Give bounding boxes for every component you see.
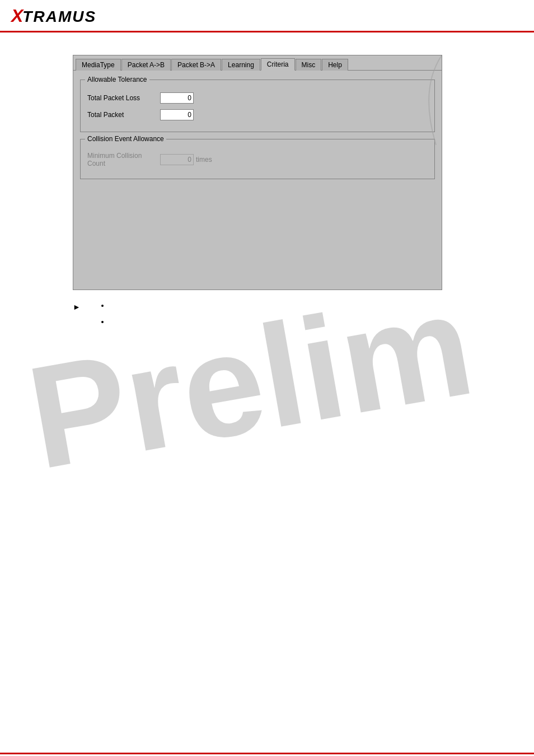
header: XTRAMUS xyxy=(0,0,534,32)
min-collision-input xyxy=(160,154,194,165)
tab-help[interactable]: Help xyxy=(322,59,348,71)
logo-x: X xyxy=(11,6,22,26)
min-collision-suffix: times xyxy=(196,156,212,164)
tab-mediatype[interactable]: MediaType xyxy=(76,59,121,71)
logo: XTRAMUS xyxy=(11,6,96,26)
logo-rest: TRAMUS xyxy=(22,8,96,25)
total-packet-loss-label: Total Packet Loss xyxy=(87,94,160,102)
main-content: MediaType Packet A->B Packet B->A Learni… xyxy=(0,32,534,349)
tab-bar: MediaType Packet A->B Packet B->A Learni… xyxy=(73,55,442,71)
notes-area: ► xyxy=(73,301,523,334)
tab-panel: MediaType Packet A->B Packet B->A Learni… xyxy=(73,55,442,290)
bullet-item-2 xyxy=(110,318,112,326)
bullet-item-1 xyxy=(110,301,112,310)
total-packet-loss-row: Total Packet Loss xyxy=(87,92,428,104)
min-collision-label: Minimum Collision Count xyxy=(87,152,160,167)
criteria-tab-content: Allowable Tolerance Total Packet Loss To… xyxy=(73,71,442,195)
allowable-tolerance-group: Allowable Tolerance Total Packet Loss To… xyxy=(80,80,435,132)
tab-learning[interactable]: Learning xyxy=(222,59,260,71)
tab-misc[interactable]: Misc xyxy=(296,59,322,71)
tab-criteria[interactable]: Criteria xyxy=(261,58,295,71)
tab-packet-ab[interactable]: Packet A->B xyxy=(121,59,171,71)
total-packet-input[interactable] xyxy=(160,109,194,120)
min-collision-row: Minimum Collision Count times xyxy=(87,152,428,167)
bullet-list xyxy=(96,301,112,334)
note-arrow: ► xyxy=(73,301,523,334)
total-packet-loss-input[interactable] xyxy=(160,92,194,104)
collision-event-group: Collision Event Allowance Minimum Collis… xyxy=(80,139,435,179)
collision-event-legend: Collision Event Allowance xyxy=(85,135,166,143)
total-packet-row: Total Packet xyxy=(87,109,428,120)
allowable-tolerance-legend: Allowable Tolerance xyxy=(85,76,149,83)
footer xyxy=(0,753,534,756)
arrow-symbol: ► xyxy=(73,302,81,311)
total-packet-label: Total Packet xyxy=(87,111,160,119)
tab-packet-ba[interactable]: Packet B->A xyxy=(171,59,221,71)
